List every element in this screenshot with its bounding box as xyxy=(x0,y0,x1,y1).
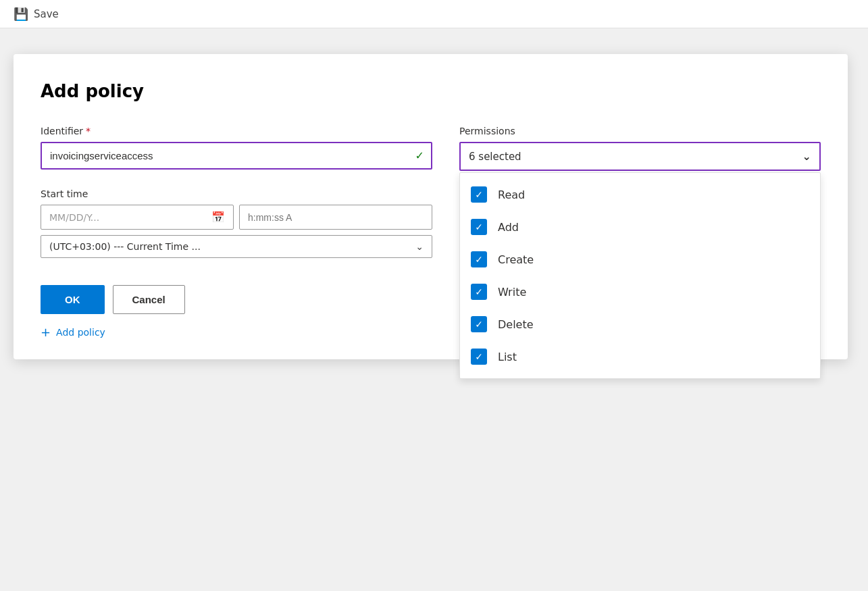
checkmark-icon-write: ✓ xyxy=(475,286,483,297)
checkbox-create: ✓ xyxy=(471,251,487,267)
permission-label-list: List xyxy=(498,351,517,363)
checkmark-icon-list: ✓ xyxy=(475,351,483,362)
permissions-chevron-icon: ⌄ xyxy=(802,150,811,163)
form-row: Identifier * ✓ Start time MM/DD/Y... 📅 (… xyxy=(41,126,821,339)
permission-item-write[interactable]: ✓ Write xyxy=(460,276,820,308)
checkbox-delete: ✓ xyxy=(471,316,487,332)
save-button[interactable]: Save xyxy=(34,8,59,20)
checkmark-icon-create: ✓ xyxy=(475,254,483,265)
ok-button[interactable]: OK xyxy=(41,285,105,314)
permission-item-read[interactable]: ✓ Read xyxy=(460,178,820,211)
checkbox-write: ✓ xyxy=(471,284,487,300)
permission-label-add: Add xyxy=(498,221,519,234)
checkmark-icon-add: ✓ xyxy=(475,222,483,232)
timezone-dropdown[interactable]: (UTC+03:00) --- Current Time ... ⌄ xyxy=(41,235,432,258)
timezone-chevron-icon: ⌄ xyxy=(415,241,424,252)
permissions-label: Permissions xyxy=(459,126,821,136)
checkbox-add: ✓ xyxy=(471,219,487,235)
permission-item-create[interactable]: ✓ Create xyxy=(460,243,820,276)
toolbar: 💾 Save xyxy=(0,0,868,28)
date-placeholder: MM/DD/Y... xyxy=(49,212,206,223)
permission-label-delete: Delete xyxy=(498,318,534,331)
form-left: Identifier * ✓ Start time MM/DD/Y... 📅 (… xyxy=(41,126,432,339)
time-input[interactable] xyxy=(239,205,432,230)
permissions-selected-count: 6 selected xyxy=(469,151,802,163)
timezone-value: (UTC+03:00) --- Current Time ... xyxy=(49,241,415,252)
cancel-button[interactable]: Cancel xyxy=(113,285,185,314)
permission-item-list[interactable]: ✓ List xyxy=(460,340,820,373)
add-policy-plus-icon: + xyxy=(41,325,51,339)
checkbox-read: ✓ xyxy=(471,186,487,203)
calendar-icon: 📅 xyxy=(211,211,225,224)
permission-label-read: Read xyxy=(498,188,525,201)
save-icon: 💾 xyxy=(14,7,28,21)
identifier-label: Identifier * xyxy=(41,126,432,136)
permission-item-delete[interactable]: ✓ Delete xyxy=(460,308,820,340)
permissions-dropdown-list: ✓ Read ✓ Add ✓ Create ✓ Write ✓ Delete xyxy=(459,172,821,379)
add-policy-link-label: Add policy xyxy=(56,327,105,338)
form-right: Permissions 6 selected ⌄ ✓ Read ✓ Add ✓ … xyxy=(459,126,821,171)
required-indicator: * xyxy=(86,126,91,136)
time-row: MM/DD/Y... 📅 xyxy=(41,205,432,230)
permissions-select[interactable]: 6 selected ⌄ xyxy=(459,142,821,171)
add-policy-dialog: Add policy Identifier * ✓ Start time MM/… xyxy=(14,54,848,359)
permission-label-write: Write xyxy=(498,286,526,299)
start-time-label: Start time xyxy=(41,188,432,199)
dialog-title: Add policy xyxy=(41,81,821,101)
identifier-input[interactable] xyxy=(41,142,432,170)
permission-item-add[interactable]: ✓ Add xyxy=(460,211,820,243)
checkmark-icon-read: ✓ xyxy=(475,189,483,200)
date-input-wrapper[interactable]: MM/DD/Y... 📅 xyxy=(41,205,234,230)
checkbox-list: ✓ xyxy=(471,349,487,365)
checkmark-icon-delete: ✓ xyxy=(475,319,483,330)
valid-checkmark-icon: ✓ xyxy=(415,149,424,162)
permission-label-create: Create xyxy=(498,253,534,266)
identifier-input-wrapper: ✓ xyxy=(41,142,432,170)
button-row: OK Cancel xyxy=(41,285,432,314)
add-policy-link[interactable]: + Add policy xyxy=(41,325,432,339)
